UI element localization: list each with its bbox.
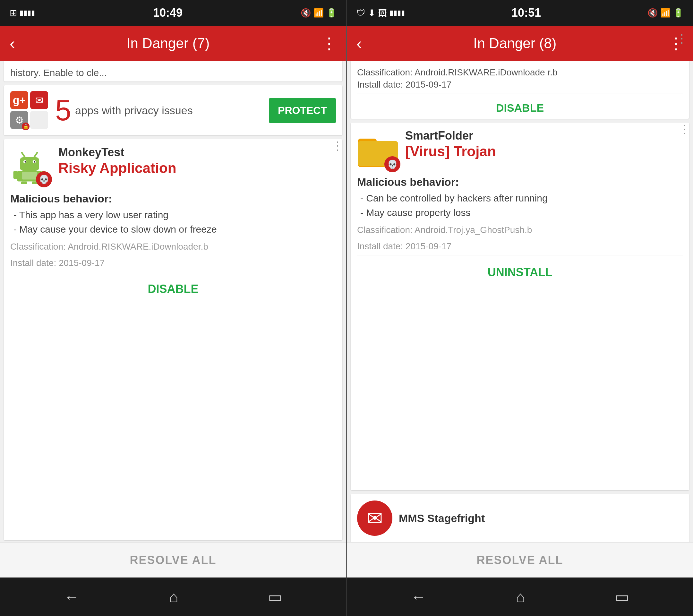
left-threat-icon-container: 💀 <box>10 146 52 187</box>
left-disable-button[interactable]: DISABLE <box>10 275 336 303</box>
privacy-info: 5 apps with privacy issues <box>55 96 193 125</box>
left-threat-status: Risky Application <box>58 160 336 176</box>
status-icons-right-left: 🔇 📶 🔋 <box>301 8 337 18</box>
battery-icon-left: 🔋 <box>326 8 337 18</box>
right-resolve-all-text: RESOLVE ALL <box>476 553 563 567</box>
status-icons-left: ⊞ ▮▮▮▮ <box>9 8 35 18</box>
right-partial-divider <box>357 93 683 93</box>
protect-button[interactable]: PROTECT <box>269 98 336 123</box>
time-right-container: 10:51 <box>511 6 541 20</box>
svg-point-3 <box>24 161 26 163</box>
svg-rect-0 <box>20 157 39 171</box>
left-threat-title-area: MonkeyTest Risky Application <box>58 146 336 176</box>
svg-line-5 <box>22 153 25 157</box>
left-card-divider <box>10 272 336 272</box>
left-threat-card: ⋮ <box>4 139 342 540</box>
left-recent-nav[interactable]: ▭ <box>268 588 282 606</box>
left-behavior-title: Malicious behavior: <box>10 193 336 205</box>
placeholder-icon <box>30 111 48 129</box>
svg-rect-12 <box>22 172 37 180</box>
left-resolve-all-text: RESOLVE ALL <box>130 553 216 567</box>
left-back-button[interactable]: ‹ <box>9 34 15 53</box>
skull-icon: 💀 <box>36 171 52 187</box>
right-app-name: SmartFolder <box>405 129 683 142</box>
left-classification: Classification: Android.RISKWARE.iDownlo… <box>10 240 336 253</box>
left-app-name: MonkeyTest <box>58 146 336 159</box>
right-recent-nav[interactable]: ▭ <box>615 588 629 606</box>
left-partial-text: history. Enable to cle... <box>10 67 107 78</box>
right-threat-status: [Virus] Trojan <box>405 144 683 159</box>
message-icon: ✉ <box>367 507 383 529</box>
svg-point-4 <box>34 161 35 163</box>
mute-icon-right: 🔇 <box>648 8 658 18</box>
left-menu-button[interactable]: ⋮ <box>321 34 337 53</box>
privacy-description: apps with privacy issues <box>75 104 193 117</box>
time-right: 10:51 <box>511 6 541 19</box>
status-icons-right-right: 🔇 📶 🔋 <box>648 8 684 18</box>
left-app-header: ‹ In Danger (7) ⋮ <box>0 26 346 61</box>
bars2-icon: ▮▮▮▮ <box>390 9 405 17</box>
right-partial-classification: Classification: Android.RISKWARE.iDownlo… <box>357 67 683 78</box>
right-resolve-all-bar[interactable]: RESOLVE ALL <box>347 542 693 577</box>
status-bar-left: ⊞ ▮▮▮▮ 10:49 🔇 📶 🔋 <box>0 0 346 26</box>
left-partial-top-card: history. Enable to cle... <box>4 61 342 81</box>
right-behavior-2: - May cause property loss <box>360 205 683 220</box>
right-home-nav[interactable]: ⌂ <box>516 588 525 606</box>
svg-line-6 <box>34 153 37 157</box>
left-privacy-card: g+ ✉ ⚙ 🔒 5 apps with privacy issue <box>4 85 342 135</box>
signal-icon-left: 📶 <box>314 8 324 18</box>
right-threat-card: ⋮ 💀 SmartFolder [Virus] Trojan <box>351 123 689 490</box>
mms-partial-card: ✉ MMS Stagefright ⋮ <box>351 494 689 542</box>
gmail-icon: ✉ <box>30 91 48 109</box>
mms-menu[interactable]: ⋮ <box>676 32 687 45</box>
lock-badge: 🔒 <box>22 123 29 130</box>
download-icon: ⬇ <box>368 8 375 18</box>
right-skull-icon: 💀 <box>384 156 400 172</box>
right-behavior-1: - Can be controlled by hackers after run… <box>360 191 683 205</box>
right-partial-install: Install date: 2015-09-17 <box>357 80 683 90</box>
svg-rect-8 <box>14 171 17 179</box>
left-panel: ‹ In Danger (7) ⋮ history. Enable to cle… <box>0 26 347 577</box>
left-threat-header: 💀 MonkeyTest Risky Application <box>10 146 336 187</box>
mute-icon-left: 🔇 <box>301 8 311 18</box>
right-partial-disable[interactable]: DISABLE <box>357 96 683 116</box>
settings-icon: ⚙ 🔒 <box>10 111 28 129</box>
notification-icon: ⊞ <box>9 8 17 18</box>
left-behavior-1: - This app has a very low user rating <box>14 207 336 222</box>
right-classification: Classification: Android.Troj.ya_GhostPus… <box>357 224 683 236</box>
right-back-nav[interactable]: ← <box>411 588 427 606</box>
google-plus-icon: g+ <box>10 91 28 109</box>
privacy-count: 5 <box>55 96 71 125</box>
status-time-left: 10:49 <box>153 6 182 20</box>
left-back-nav[interactable]: ← <box>64 588 80 606</box>
left-home-nav[interactable]: ⌂ <box>169 588 178 606</box>
right-partial-top-card: Classification: Android.RISKWARE.iDownlo… <box>351 61 689 119</box>
svg-rect-10 <box>21 182 27 184</box>
right-panel: ‹ In Danger (8) ⋮ Classification: Androi… <box>347 26 693 577</box>
right-header-title: In Danger (8) <box>368 35 661 51</box>
right-bottom-nav: ← ⌂ ▭ <box>347 577 693 616</box>
right-threat-title-area: SmartFolder [Virus] Trojan <box>405 129 683 159</box>
left-header-title: In Danger (7) <box>21 35 315 51</box>
image-icon: 🖼 <box>378 8 387 18</box>
battery-icon-right: 🔋 <box>673 8 684 18</box>
right-back-button[interactable]: ‹ <box>356 34 362 53</box>
right-card-divider <box>357 255 683 255</box>
left-resolve-all-bar[interactable]: RESOLVE ALL <box>0 542 346 577</box>
right-uninstall-button[interactable]: UNINSTALL <box>357 258 683 287</box>
left-install-date: Install date: 2015-09-17 <box>10 257 336 269</box>
left-behavior-2: - May cause your device to slow down or … <box>14 222 336 236</box>
mms-icon: ✉ <box>357 500 392 536</box>
status-bar-right: 🛡 ⬇ 🖼 ▮▮▮▮ 10:51 🔇 📶 🔋 <box>347 0 693 26</box>
right-threat-header: 💀 SmartFolder [Virus] Trojan <box>357 129 683 171</box>
left-bottom-nav: ← ⌂ ▭ <box>0 577 346 616</box>
right-behavior-title: Malicious behavior: <box>357 176 683 188</box>
shield-icon: 🛡 <box>356 8 365 18</box>
right-threat-icon-container: 💀 <box>357 129 399 171</box>
right-install-date: Install date: 2015-09-17 <box>357 240 683 253</box>
mms-title: MMS Stagefright <box>399 512 485 524</box>
signal-icon-right: 📶 <box>660 8 671 18</box>
time-left: 10:49 <box>153 6 182 20</box>
right-app-header: ‹ In Danger (8) ⋮ <box>347 26 693 61</box>
bars-icon: ▮▮▮▮ <box>20 9 35 17</box>
